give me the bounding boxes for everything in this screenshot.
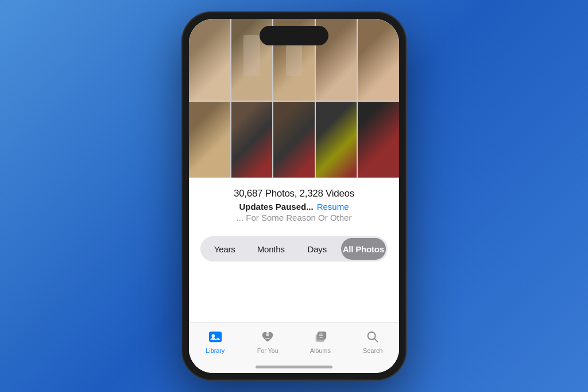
years-button[interactable]: Years xyxy=(202,238,247,260)
photo-cell-9[interactable] xyxy=(316,102,357,183)
phone-wrapper: 30,687 Photos, 2,328 Videos Updates Paus… xyxy=(182,12,406,380)
for-you-label: For You xyxy=(257,347,278,354)
stats-text: 30,687 Photos, 2,328 Videos xyxy=(200,188,388,199)
library-label: Library xyxy=(206,347,225,354)
photo-cell-6[interactable] xyxy=(189,102,230,183)
days-button[interactable]: Days xyxy=(295,238,340,260)
photo-cell-1[interactable] xyxy=(189,19,230,101)
albums-label: Albums xyxy=(310,347,331,354)
resume-link[interactable]: Resume xyxy=(317,202,349,212)
home-indicator xyxy=(256,366,332,368)
search-icon xyxy=(365,329,381,345)
svg-rect-6 xyxy=(319,333,323,334)
months-button[interactable]: Months xyxy=(249,238,294,260)
tab-library[interactable]: Library xyxy=(198,329,233,354)
svg-point-2 xyxy=(266,333,269,337)
library-icon xyxy=(207,329,223,345)
for-you-icon xyxy=(260,329,276,345)
subtitle-text: ... For Some Reason Or Other xyxy=(200,213,388,222)
photo-cell-7[interactable] xyxy=(231,102,273,183)
photo-cell-5[interactable] xyxy=(358,19,399,101)
segmented-control: Years Months Days All Photos xyxy=(200,236,388,262)
albums-icon xyxy=(312,329,328,345)
photo-cell-10[interactable] xyxy=(358,102,399,183)
tab-search[interactable]: Search xyxy=(355,329,390,354)
tab-for-you[interactable]: For You xyxy=(250,329,285,354)
svg-rect-8 xyxy=(319,337,323,337)
updates-paused-text: Updates Paused... xyxy=(239,202,313,212)
all-photos-button[interactable]: All Photos xyxy=(341,238,386,260)
phone-screen: 30,687 Photos, 2,328 Videos Updates Paus… xyxy=(189,19,399,373)
dynamic-island xyxy=(260,26,328,45)
updates-row: Updates Paused... Resume xyxy=(200,202,388,212)
svg-line-10 xyxy=(374,339,377,341)
search-label: Search xyxy=(363,347,382,354)
info-panel: 30,687 Photos, 2,328 Videos Updates Paus… xyxy=(189,178,399,373)
photo-cell-8[interactable] xyxy=(273,102,315,183)
svg-rect-0 xyxy=(209,332,222,343)
tab-albums[interactable]: Albums xyxy=(303,329,338,354)
svg-rect-7 xyxy=(319,335,323,336)
stats-section: 30,687 Photos, 2,328 Videos Updates Paus… xyxy=(189,178,399,227)
